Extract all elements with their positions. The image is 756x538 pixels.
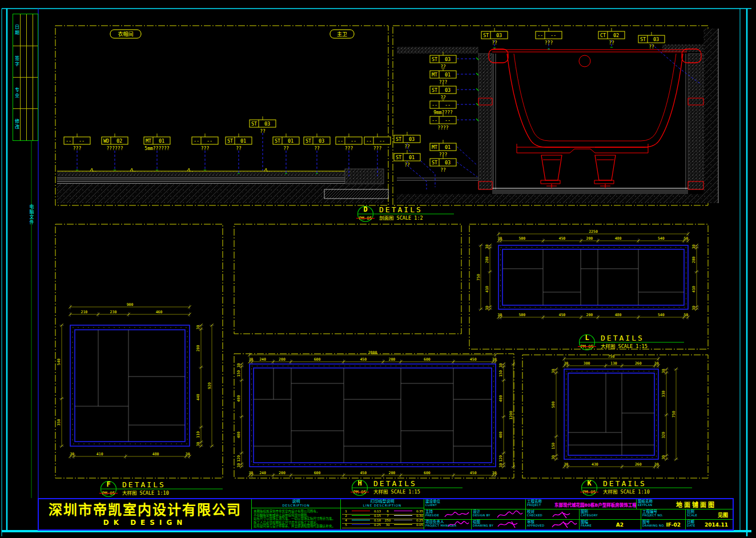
dim-text: ST [305,138,311,144]
dim-text: ST [396,136,401,142]
dim-text: CT [600,33,606,38]
dim-text: ST [483,33,489,38]
dim-text: 750 [608,354,615,359]
detail-scale-text: 大样图 SCALE 1:10 [603,489,650,495]
cad-sheet: 衣帽间 主卫 [0,0,756,538]
dim-text: 03 [445,87,451,93]
detail-title-text: DETAILS [373,479,417,488]
dim-text: 200 [279,471,285,475]
dimension-chain: 3024020060045020060045030 [248,357,497,365]
material-tag: ST03?? [304,134,330,151]
dim-text: 30 [692,244,697,249]
room-label-master-bath: 主卫 [330,30,354,38]
dim-text: ST [275,138,280,144]
dim-text: ??? [201,146,210,151]
bathtub [478,49,703,189]
dim-text: 30 [692,306,697,310]
title-block: 深圳市帝凯室内设计有限公司 DK DESIGN 说明 DESCRIPTION 本… [38,498,734,531]
scale-cell: 比例 SCALE 见图 [685,509,733,520]
material-tag: ST03?? [250,116,276,134]
drawing-title-label-en: KEYPLAN [638,504,653,507]
dim-text: -- [432,102,437,108]
dim-text: D [363,205,367,213]
drawing-canvas: 衣帽间 主卫 [0,0,756,538]
material-tag: WD02?????? [102,134,128,151]
drawing-title-cell: 图纸名称 KEYPLAN 地面铺面图 [636,499,733,509]
dimension-chain: 920 [207,323,215,447]
dim-text: 30 [237,363,242,367]
dim-text: ?? [260,129,266,134]
dimension-chain: 3015040040012030 [237,362,244,468]
dim-text: 460 [156,310,163,314]
dimension-chain: 3050045020048054050 [497,236,689,244]
dim-text: -- [337,138,343,144]
dim-text: ST [432,56,437,62]
material-tag: MT01??? [430,67,456,85]
dimension-chain: 3033032030 [662,367,669,460]
dim-text: WD [103,138,109,144]
floor-section [57,168,388,203]
description-line: 如有尺寸以现场实测为准，一切以现场实际尺寸所示为准。 [254,517,339,521]
dim-text: 30 [499,463,504,468]
dim-text: ST [432,87,437,93]
dim-text: 30 [70,452,74,456]
material-tag: ----??? [336,134,362,151]
dim-text: 450 [559,313,566,317]
dim-text: -- [537,33,543,38]
dim-text: 450 [360,471,367,475]
dim-text: 300 [584,361,590,366]
dim-text: ST [396,155,401,160]
dim-text: -- [432,118,437,123]
dim-text: 320 [662,432,666,439]
dim-text: 600 [314,471,321,475]
material-tag: ----??? [536,28,562,46]
detail-title-text: DETAILS [603,479,646,488]
dim-text: 900 [127,302,134,307]
dim-text: 600 [314,357,321,362]
line-swatch-cell [392,523,414,528]
dim-text: -- [194,138,199,144]
dim-text: 750 [671,411,676,418]
dimension-chain: 3028044011030 [196,323,204,447]
drawing-no-label-en: DRAWING NO. [642,524,665,528]
dim-text: 2250 [589,229,598,234]
material-tag: ST03?? [481,28,508,46]
detail-title-text: DETAILS [601,334,644,342]
dim-text: ?? [440,168,446,173]
line-table-cell: 0.25 [372,523,383,528]
client-label-en: CLIENT [425,504,440,507]
detail-title-d: DPM-05DETAILS剖面图 SCALE 1:2 [356,205,454,222]
dim-text: 2800 [368,350,377,355]
dim-text: 5mm?????? [144,146,170,151]
line-swatch [394,524,412,525]
dim-text: 01 [445,144,451,150]
signature [447,520,470,529]
dim-text: MT [146,138,151,144]
dim-text: 150 [499,370,504,377]
dim-text: 30 [492,471,497,475]
dim-text: 03 [496,33,502,38]
dim-text: 01 [159,138,164,144]
dim-text: -- [445,102,451,108]
company-name-en: DK DESIGN [103,519,187,527]
bathtub-section [397,29,718,203]
material-tag: ----??? [64,134,90,151]
dim-text: 01 [240,138,246,144]
dim-text: 30 [248,471,253,475]
dim-text: 480 [152,452,159,456]
dim-text: 280 [485,256,490,263]
drawing-title-value: 地面铺面图 [660,500,733,509]
dim-text: ?????? [107,146,123,151]
dim-text: 30 [654,361,659,366]
line-swatch-cell [350,523,372,528]
dim-text: 450 [559,236,566,241]
dim-text: 30 [497,236,502,241]
preside-label-en: PRESIDE [425,514,439,517]
dimension-chain: 3050015030 [552,367,559,460]
design-by-cell: 设计 DESIGN BY [471,509,525,520]
dimension-chain: 3050045020048054050 [497,313,689,320]
date-cell: 日期 DATE 2014.11 [685,520,733,529]
signature [496,510,524,519]
dimension-chain: 210230460 [69,310,191,317]
dim-text: 30 [654,462,659,467]
